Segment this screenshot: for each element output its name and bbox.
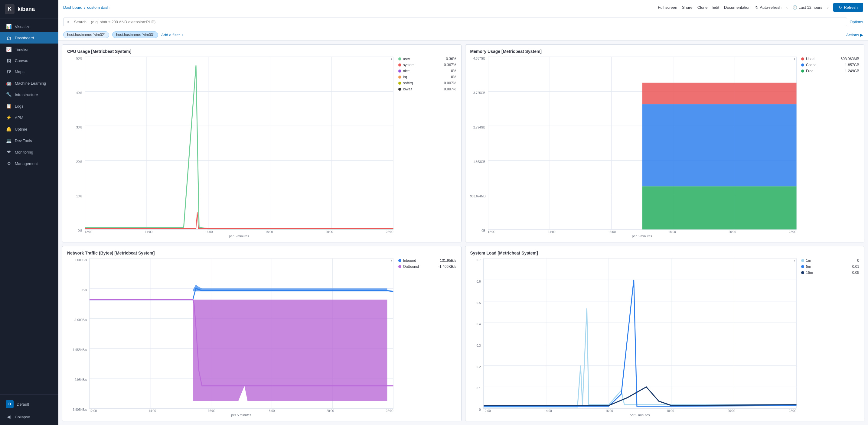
- sidebar-nav: 📊 Visualize 🗂 Dashboard 📈 Timelion 🖼 Can…: [0, 19, 58, 394]
- sidebar-item-label: APM: [15, 116, 23, 120]
- search-bar: >_ Options: [58, 15, 868, 29]
- documentation-link[interactable]: Documentation: [724, 5, 750, 10]
- memory-legend-used: Used 608.963MB: [801, 57, 859, 61]
- clone-link[interactable]: Clone: [698, 5, 708, 10]
- 1m-value: 0: [841, 258, 859, 263]
- memory-panel-content: 4.657GB 3.725GB 2.794GB 1.863GB 953.674M…: [470, 57, 860, 238]
- uptime-icon: 🔔: [6, 126, 12, 132]
- breadcrumb-sep: /: [84, 5, 86, 10]
- fullscreen-link[interactable]: Full screen: [658, 5, 677, 10]
- inbound-label: Inbound: [403, 258, 436, 263]
- devtools-icon: 💻: [6, 138, 12, 143]
- chevron-left-icon[interactable]: ‹: [786, 5, 787, 10]
- sysload-y-axis: 0.7 0.6 0.5 0.4 0.3 0.2 0.1 0: [470, 258, 481, 417]
- management-icon: ⚙: [6, 161, 12, 166]
- sidebar-item-label: Uptime: [15, 127, 27, 131]
- 1m-label: 1m: [806, 258, 839, 263]
- network-chart-area: [89, 258, 394, 409]
- memory-x-footer: per 5 minutes: [488, 234, 797, 238]
- cpu-legend-iowait: iowait 0.007%: [398, 87, 456, 91]
- main-content: Dashboard / costom dash Full screen Shar…: [58, 0, 868, 425]
- memory-chart-area: [488, 57, 797, 230]
- cache-dot: [801, 63, 804, 66]
- sysload-legend-wrap: › 1m 0 5m 0.01: [799, 258, 859, 417]
- sysload-expand-icon[interactable]: ›: [794, 258, 795, 263]
- cpu-expand-icon[interactable]: ›: [391, 57, 392, 61]
- memory-expand-icon[interactable]: ›: [794, 57, 795, 61]
- iowait-label: iowait: [403, 87, 436, 91]
- breadcrumb: Dashboard / costom dash: [63, 5, 110, 10]
- logs-icon: 📋: [6, 103, 12, 109]
- network-legend-outbound: Outbound -1.406KB/s: [398, 264, 456, 269]
- cache-value: 1.857GB: [841, 63, 859, 67]
- refresh-spin-icon: ↻: [839, 5, 842, 10]
- search-input[interactable]: [74, 20, 843, 24]
- time-range[interactable]: 🕐 Last 12 hours: [793, 5, 822, 10]
- memory-panel-title: Memory Usage [Metricbeat System]: [470, 49, 860, 54]
- sysload-legend-15m: 15m 0.05: [801, 270, 859, 275]
- collapse-icon: ◀: [6, 414, 12, 420]
- auto-refresh[interactable]: ↻ Auto-refresh: [755, 5, 781, 10]
- memory-legend: Used 608.963MB Cache 1.857GB Free 1.249G…: [799, 57, 859, 73]
- network-panel-content: 1,000B/s 0B/s -1,000B/s -1.953KB/s -2.93…: [67, 258, 456, 417]
- sidebar-item-label: Infrastructure: [15, 93, 38, 97]
- sidebar-item-infrastructure[interactable]: 🔧 Infrastructure: [0, 89, 58, 100]
- sidebar-item-apm[interactable]: ⚡ APM: [0, 112, 58, 123]
- sidebar-item-timelion[interactable]: 📈 Timelion: [0, 43, 58, 55]
- user-label: user: [403, 57, 436, 61]
- infra-icon: 🔧: [6, 92, 12, 97]
- sidebar-item-visualize[interactable]: 📊 Visualize: [0, 21, 58, 32]
- irq-value: 0%: [438, 75, 456, 79]
- filter-tag-vim02[interactable]: host.hostname: "vim02": [63, 31, 109, 38]
- sysload-panel-title: System Load [Metricbeat System]: [470, 251, 860, 255]
- softirq-label: softirq: [403, 81, 436, 85]
- free-value: 1.249GB: [841, 69, 859, 73]
- sidebar-item-dashboard[interactable]: 🗂 Dashboard: [0, 32, 58, 43]
- edit-link[interactable]: Edit: [713, 5, 719, 10]
- sidebar-item-default[interactable]: D Default: [0, 397, 58, 411]
- sidebar-logo[interactable]: K kibana: [0, 0, 58, 19]
- sidebar-item-monitoring[interactable]: ❤ Monitoring: [0, 146, 58, 158]
- used-label: Used: [806, 57, 839, 61]
- filter-tag-vim03[interactable]: host.hostname: "vim03": [112, 31, 158, 38]
- filter-bar: host.hostname: "vim02" host.hostname: "v…: [58, 29, 868, 41]
- refresh-button[interactable]: ↻ Refresh: [833, 3, 863, 12]
- sidebar-item-management[interactable]: ⚙ Management: [0, 158, 58, 169]
- add-filter-button[interactable]: Add a filter +: [161, 33, 184, 37]
- sidebar-item-machine-learning[interactable]: 🤖 Machine Learning: [0, 77, 58, 89]
- cpu-legend-softirq: softirq 0.007%: [398, 81, 456, 85]
- sysload-legend: 1m 0 5m 0.01 15m 0.05: [799, 258, 859, 275]
- cpu-legend-wrap: › user 0.36% system 0.367%: [396, 57, 456, 238]
- 5m-value: 0.01: [841, 264, 859, 269]
- network-chart-svg: [90, 258, 394, 408]
- actions-link[interactable]: Actions ▶: [846, 33, 863, 37]
- nice-dot: [398, 69, 401, 72]
- cache-label: Cache: [806, 63, 839, 67]
- sidebar-item-collapse[interactable]: ◀ Collapse: [0, 411, 58, 423]
- network-expand-icon[interactable]: ›: [391, 258, 392, 263]
- sidebar-item-uptime[interactable]: 🔔 Uptime: [0, 123, 58, 135]
- breadcrumb-home[interactable]: Dashboard: [63, 5, 83, 10]
- 5m-label: 5m: [806, 264, 839, 269]
- sidebar-item-logs[interactable]: 📋 Logs: [0, 100, 58, 112]
- sidebar-item-maps[interactable]: 🗺 Maps: [0, 66, 58, 77]
- sidebar-bottom: D Default ◀ Collapse: [0, 394, 58, 425]
- options-button[interactable]: Options: [849, 20, 863, 24]
- auto-refresh-label: Auto-refresh: [760, 5, 781, 10]
- cpu-legend-user: user 0.36%: [398, 57, 456, 61]
- sidebar: K kibana 📊 Visualize 🗂 Dashboard 📈 Timel…: [0, 0, 58, 425]
- share-link[interactable]: Share: [682, 5, 692, 10]
- canvas-icon: 🖼: [6, 58, 12, 63]
- search-input-wrap[interactable]: >_: [63, 18, 847, 26]
- kibana-icon: K: [5, 4, 14, 14]
- sidebar-item-canvas[interactable]: 🖼 Canvas: [0, 55, 58, 66]
- sidebar-item-devtools[interactable]: 💻 Dev Tools: [0, 135, 58, 146]
- system-value: 0.367%: [438, 63, 456, 67]
- cpu-legend-irq: irq 0%: [398, 75, 456, 79]
- chevron-right-icon[interactable]: ›: [827, 5, 828, 10]
- network-x-labels: 12:0014:0016:0018:0020:0022:00: [89, 409, 394, 413]
- outbound-value: -1.406KB/s: [438, 264, 456, 269]
- iowait-value: 0.007%: [438, 87, 456, 91]
- softirq-value: 0.007%: [438, 81, 456, 85]
- 15m-value: 0.05: [841, 270, 859, 275]
